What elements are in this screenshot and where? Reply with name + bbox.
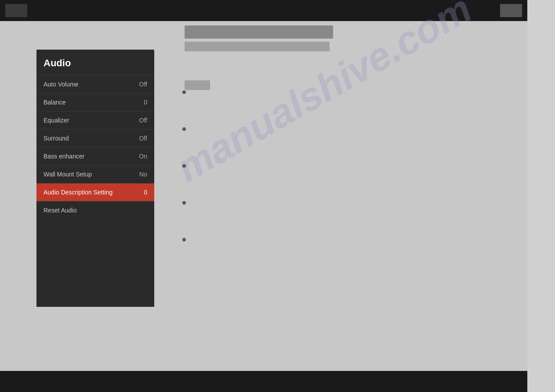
bullet-dot-4 [182, 201, 186, 205]
menu-item-wall-mount-setup-value: No [139, 171, 147, 178]
menu-item-balance-label: Balance [44, 99, 66, 106]
menu-item-balance[interactable]: Balance 0 [36, 93, 154, 111]
menu-item-auto-volume-value: Off [139, 81, 147, 88]
menu-item-surround-value: Off [139, 135, 147, 142]
top-bar-left-button[interactable] [5, 4, 27, 17]
top-bar-right-button[interactable] [500, 4, 522, 17]
bullet-2 [182, 125, 190, 131]
menu-item-equalizer[interactable]: Equalizer Off [36, 111, 154, 129]
bullet-dot-3 [182, 164, 186, 168]
menu-item-balance-value: 0 [144, 99, 147, 106]
menu-item-bass-enhancer[interactable]: Bass enhancer On [36, 147, 154, 165]
bullet-3 [182, 162, 190, 168]
menu-panel-footer [36, 219, 154, 307]
menu-item-reset-audio-label: Reset Audio [44, 207, 77, 214]
menu-item-surround[interactable]: Surround Off [36, 129, 154, 147]
bullet-dot-2 [182, 127, 186, 131]
menu-item-bass-enhancer-value: On [139, 153, 147, 160]
header-bar-1 [185, 25, 333, 39]
menu-item-audio-description[interactable]: Audio Description Setting 0 [36, 183, 154, 201]
menu-item-reset-audio[interactable]: Reset Audio [36, 201, 154, 219]
menu-item-auto-volume-label: Auto Volume [44, 81, 78, 88]
top-bar [0, 0, 527, 21]
bullet-dot-1 [182, 90, 186, 94]
menu-item-bass-enhancer-label: Bass enhancer [44, 153, 84, 160]
bullet-5 [182, 235, 190, 241]
menu-item-equalizer-label: Equalizer [44, 117, 69, 124]
audio-panel: Audio Auto Volume Off Balance 0 Equalize… [36, 50, 154, 307]
bullet-dot-5 [182, 238, 186, 241]
bullet-4 [182, 198, 190, 205]
audio-panel-title: Audio [36, 50, 154, 75]
menu-item-equalizer-value: Off [139, 117, 147, 124]
menu-item-wall-mount-setup-label: Wall Mount Setup [44, 171, 92, 178]
bottom-bar [0, 371, 527, 392]
menu-item-audio-description-value: 0 [144, 189, 147, 196]
menu-item-auto-volume[interactable]: Auto Volume Off [36, 75, 154, 93]
bullet-1 [182, 88, 190, 94]
menu-item-audio-description-label: Audio Description Setting [44, 189, 112, 196]
menu-item-wall-mount-setup[interactable]: Wall Mount Setup No [36, 165, 154, 183]
menu-item-surround-label: Surround [44, 135, 69, 142]
header-bar-2 [185, 42, 330, 51]
bullets-area [182, 88, 190, 272]
